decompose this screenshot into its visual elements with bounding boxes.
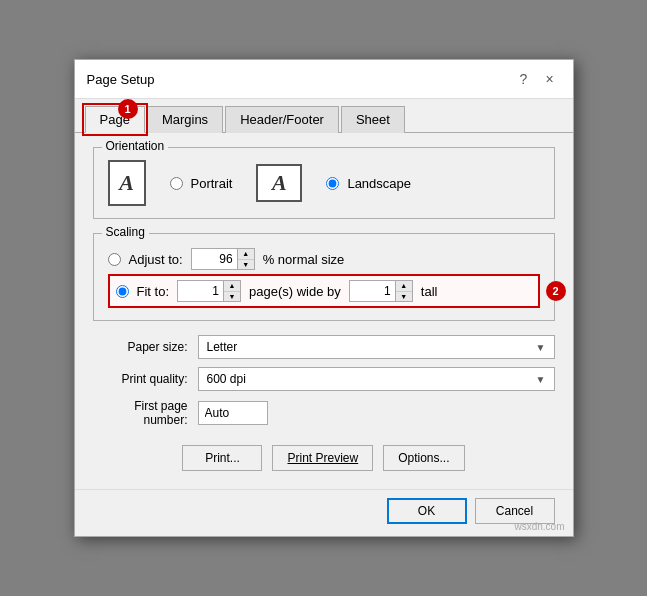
watermark: wsxdn.com <box>514 521 564 532</box>
portrait-icon: A <box>108 160 146 206</box>
tab-headerfooter[interactable]: Header/Footer <box>225 106 339 133</box>
adjust-to-row: Adjust to: ▲ ▼ % normal size <box>108 248 540 270</box>
print-quality-label: Print quality: <box>93 372 198 386</box>
action-buttons: Print... Print Preview Options... <box>93 437 555 475</box>
page-setup-dialog: Page Setup ? × Page 1 Margins Header/Foo… <box>74 59 574 537</box>
tab-bar: Page 1 Margins Header/Footer Sheet <box>75 99 573 133</box>
orientation-options: A Portrait A Landscape <box>108 160 540 206</box>
adjust-to-down-btn[interactable]: ▼ <box>238 260 254 270</box>
title-bar-left: Page Setup <box>87 72 155 87</box>
portrait-radio[interactable] <box>170 177 183 190</box>
ok-button[interactable]: OK <box>387 498 467 524</box>
print-quality-row: Print quality: 600 dpi ▼ <box>93 367 555 391</box>
fit-wide-up-btn[interactable]: ▲ <box>224 281 240 292</box>
print-quality-arrow: ▼ <box>536 374 546 385</box>
adjust-to-up-btn[interactable]: ▲ <box>238 249 254 260</box>
landscape-icon: A <box>256 164 302 202</box>
close-button[interactable]: × <box>539 68 561 90</box>
paper-size-row: Paper size: Letter ▼ <box>93 335 555 359</box>
tab-margins[interactable]: Margins <box>147 106 223 133</box>
landscape-radio[interactable] <box>326 177 339 190</box>
fit-tall-down-btn[interactable]: ▼ <box>396 292 412 302</box>
fit-tall-spinner[interactable]: ▲ ▼ <box>349 280 413 302</box>
fit-wide-suffix: page(s) wide by <box>249 284 341 299</box>
print-preview-button[interactable]: Print Preview <box>272 445 373 471</box>
adjust-to-spin-btns: ▲ ▼ <box>238 249 254 269</box>
tab-sheet[interactable]: Sheet <box>341 106 405 133</box>
page-content: Orientation A Portrait A Landsca <box>75 133 573 489</box>
paper-size-value: Letter <box>207 340 238 354</box>
adjust-to-label: Adjust to: <box>129 252 183 267</box>
options-button[interactable]: Options... <box>383 445 464 471</box>
fit-wide-spinner[interactable]: ▲ ▼ <box>177 280 241 302</box>
tab-page[interactable]: Page 1 <box>85 106 145 133</box>
fit-wide-input[interactable] <box>178 281 224 301</box>
fit-to-row: Fit to: ▲ ▼ page(s) wide by ▲ ▼ ta <box>108 274 540 308</box>
fit-tall-up-btn[interactable]: ▲ <box>396 281 412 292</box>
paper-size-label: Paper size: <box>93 340 198 354</box>
badge-1: 1 <box>118 99 138 119</box>
first-page-input[interactable] <box>198 401 268 425</box>
fit-tall-spin-btns: ▲ ▼ <box>396 281 412 301</box>
title-bar-controls: ? × <box>513 68 561 90</box>
paper-size-arrow: ▼ <box>536 342 546 353</box>
orientation-label: Orientation <box>102 139 169 153</box>
portrait-option[interactable]: Portrait <box>170 176 233 191</box>
adjust-to-spinner[interactable]: ▲ ▼ <box>191 248 255 270</box>
portrait-label: Portrait <box>191 176 233 191</box>
orientation-section: Orientation A Portrait A Landsca <box>93 147 555 219</box>
first-page-label: First page number: <box>93 399 198 427</box>
fit-tall-input[interactable] <box>350 281 396 301</box>
print-button[interactable]: Print... <box>182 445 262 471</box>
paper-size-dropdown[interactable]: Letter ▼ <box>198 335 555 359</box>
fit-to-label: Fit to: <box>137 284 170 299</box>
adjust-to-input[interactable] <box>192 249 238 269</box>
fit-wide-down-btn[interactable]: ▼ <box>224 292 240 302</box>
first-page-row: First page number: <box>93 399 555 427</box>
landscape-option[interactable]: Landscape <box>326 176 411 191</box>
fit-wide-spin-btns: ▲ ▼ <box>224 281 240 301</box>
adjust-suffix: % normal size <box>263 252 345 267</box>
print-quality-dropdown[interactable]: 600 dpi ▼ <box>198 367 555 391</box>
title-bar: Page Setup ? × <box>75 60 573 99</box>
scaling-label: Scaling <box>102 225 149 239</box>
badge-2: 2 <box>546 281 566 301</box>
scaling-section: Scaling Adjust to: ▲ ▼ % normal size Fit… <box>93 233 555 321</box>
landscape-label: Landscape <box>347 176 411 191</box>
fit-to-radio[interactable] <box>116 285 129 298</box>
help-button[interactable]: ? <box>513 68 535 90</box>
dialog-title: Page Setup <box>87 72 155 87</box>
print-quality-value: 600 dpi <box>207 372 246 386</box>
adjust-to-radio[interactable] <box>108 253 121 266</box>
fit-tall-suffix: tall <box>421 284 438 299</box>
confirm-buttons: OK Cancel <box>75 489 573 536</box>
